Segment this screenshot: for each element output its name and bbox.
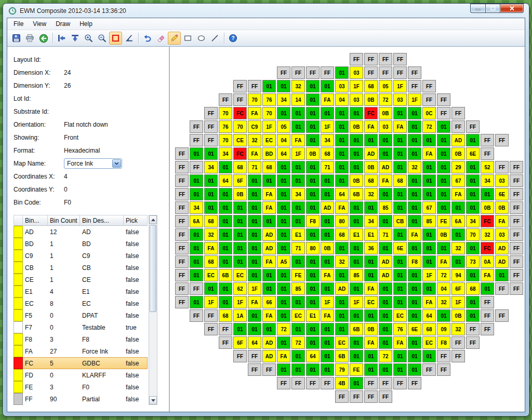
wafer-cell[interactable]: FF xyxy=(175,201,189,214)
wafer-cell[interactable]: 01 xyxy=(466,242,480,254)
wafer-cell[interactable]: 01 xyxy=(451,228,465,241)
wafer-cell[interactable]: 6E xyxy=(495,188,509,200)
wafer-cell[interactable]: 73 xyxy=(466,255,480,268)
wafer-cell[interactable]: 6E xyxy=(393,242,407,254)
wafer-cell[interactable]: 01 xyxy=(393,201,407,214)
wafer-cell[interactable]: AD xyxy=(262,242,276,254)
wafer-cell[interactable]: 01 xyxy=(277,363,290,376)
wafer-cell[interactable]: 64 xyxy=(219,174,232,187)
wafer-cell[interactable]: 1F xyxy=(291,147,305,160)
wafer-cell[interactable]: FF xyxy=(175,215,189,227)
wafer-cell[interactable]: 01 xyxy=(248,174,261,187)
wafer-cell[interactable]: 01 xyxy=(408,242,421,254)
wafer-cell[interactable]: FF xyxy=(481,134,494,146)
wafer-cell[interactable]: 01 xyxy=(393,134,407,146)
wafer-cell[interactable]: FF xyxy=(422,80,436,92)
wafer-cell[interactable]: 29 xyxy=(451,161,465,173)
wafer-cell[interactable]: 01 xyxy=(277,242,290,254)
wafer-cell[interactable]: 6F xyxy=(233,174,247,187)
wafer-cell[interactable]: FF xyxy=(306,66,320,79)
wafer-cell[interactable]: 01 xyxy=(350,377,363,389)
wafer-cell[interactable]: FF xyxy=(451,350,465,362)
bin-row-AD[interactable]: AD12ADfalse xyxy=(14,226,148,238)
wafer-cell[interactable]: 01 xyxy=(321,282,334,295)
wafer-cell[interactable]: 01 xyxy=(262,174,276,187)
wafer-cell[interactable]: FF xyxy=(335,390,349,403)
wafer-cell[interactable]: FA xyxy=(204,242,218,254)
wafer-cell[interactable]: FF xyxy=(233,350,247,362)
wafer-cell[interactable]: FF xyxy=(451,120,465,133)
wafer-cell[interactable]: 01 xyxy=(466,201,480,214)
wafer-cell[interactable]: 01 xyxy=(335,107,349,119)
wafer-cell[interactable]: FF xyxy=(510,269,523,281)
wafer-cell[interactable]: 34 xyxy=(481,174,494,187)
wafer-cell[interactable]: 01 xyxy=(437,147,450,160)
wafer-cell[interactable]: AD xyxy=(379,269,392,281)
wafer-cell[interactable]: 01 xyxy=(277,215,290,227)
wafer-cell[interactable]: 01 xyxy=(364,134,378,146)
wafer-cell[interactable]: FF xyxy=(204,107,218,119)
wafer-cell[interactable]: FF xyxy=(510,161,523,173)
wafer-cell[interactable]: 85 xyxy=(422,215,436,227)
wafer-cell[interactable]: 6A xyxy=(190,215,203,227)
wafer-cell[interactable]: 01 xyxy=(350,147,363,160)
wafer-cell[interactable]: 4B xyxy=(335,377,349,389)
draw-rectangle-button[interactable] xyxy=(181,32,194,45)
wafer-cell[interactable]: 32 xyxy=(408,161,421,173)
wafer-cell[interactable]: FF xyxy=(175,282,189,295)
bin-count-column-header[interactable]: Bin Count xyxy=(48,215,80,226)
wafer-cell[interactable]: 68 xyxy=(335,228,349,241)
wafer-cell[interactable]: 01 xyxy=(379,363,392,376)
wafer-cell[interactable]: FF xyxy=(437,107,450,119)
wafer-cell[interactable]: 01 xyxy=(190,296,203,308)
wafer-cell[interactable]: 68 xyxy=(393,174,407,187)
wafer-cell[interactable]: 01 xyxy=(393,363,407,376)
wafer-cell[interactable]: FA xyxy=(321,269,334,281)
wafer-cell[interactable]: FF xyxy=(321,377,334,389)
wafer-cell[interactable]: 01 xyxy=(219,255,232,268)
wafer-cell[interactable]: 01 xyxy=(335,161,349,173)
wafer-cell[interactable]: 34 xyxy=(291,188,305,200)
wafer-cell[interactable]: 01 xyxy=(393,188,407,200)
wafer-cell[interactable]: AD xyxy=(321,201,334,214)
wafer-cell[interactable]: 01 xyxy=(437,188,450,200)
wafer-cell[interactable]: FF xyxy=(219,323,232,335)
wafer-cell[interactable]: FA xyxy=(277,350,290,362)
wafer-cell[interactable]: 01 xyxy=(306,269,320,281)
wafer-cell[interactable]: AD xyxy=(262,336,276,349)
draw-ellipse-button[interactable] xyxy=(195,32,208,45)
wafer-cell[interactable]: 68 xyxy=(233,161,247,173)
flip-horizontal-button[interactable] xyxy=(55,32,68,45)
wafer-cell[interactable]: 01 xyxy=(321,174,334,187)
wafer-cell[interactable]: FE xyxy=(291,269,305,281)
wafer-cell[interactable]: 0B xyxy=(451,147,465,160)
wafer-cell[interactable]: 01 xyxy=(393,296,407,308)
wafer-cell[interactable]: 01 xyxy=(321,255,334,268)
minimize-button[interactable] xyxy=(470,4,485,13)
bin-description-column-header[interactable]: Bin Des... xyxy=(80,215,124,226)
zoom-out-button[interactable] xyxy=(96,32,109,45)
wafer-cell[interactable]: 01 xyxy=(422,134,436,146)
wafer-cell[interactable]: FA xyxy=(262,201,276,214)
wafer-cell[interactable]: FA xyxy=(364,336,378,349)
wafer-cell[interactable]: FF xyxy=(350,390,363,403)
wafer-cell[interactable]: 01 xyxy=(306,255,320,268)
scroll-up-button[interactable] xyxy=(149,215,157,224)
wafer-cell[interactable]: AD xyxy=(379,255,392,268)
wafer-cell[interactable]: 6F xyxy=(233,336,247,349)
wafer-cell[interactable]: 34 xyxy=(219,147,232,160)
wafer-cell[interactable]: 6B xyxy=(335,350,349,362)
wafer-cell[interactable]: 01 xyxy=(350,215,363,227)
wafer-cell[interactable]: 01 xyxy=(277,296,290,308)
wafer-cell[interactable]: FF xyxy=(175,296,189,308)
wafer-cell[interactable]: 01 xyxy=(219,282,232,295)
wafer-cell[interactable]: FF xyxy=(350,53,363,65)
wafer-cell[interactable]: FF xyxy=(291,377,305,389)
select-region-button[interactable] xyxy=(109,32,122,45)
wafer-cell[interactable]: FF xyxy=(495,309,509,322)
wafer-cell[interactable]: 03 xyxy=(495,174,509,187)
wafer-cell[interactable]: 01 xyxy=(335,147,349,160)
wafer-cell[interactable]: 70 xyxy=(466,228,480,241)
bin-row-E1[interactable]: E14E1false xyxy=(14,286,148,297)
wafer-cell[interactable]: 68 xyxy=(204,255,218,268)
